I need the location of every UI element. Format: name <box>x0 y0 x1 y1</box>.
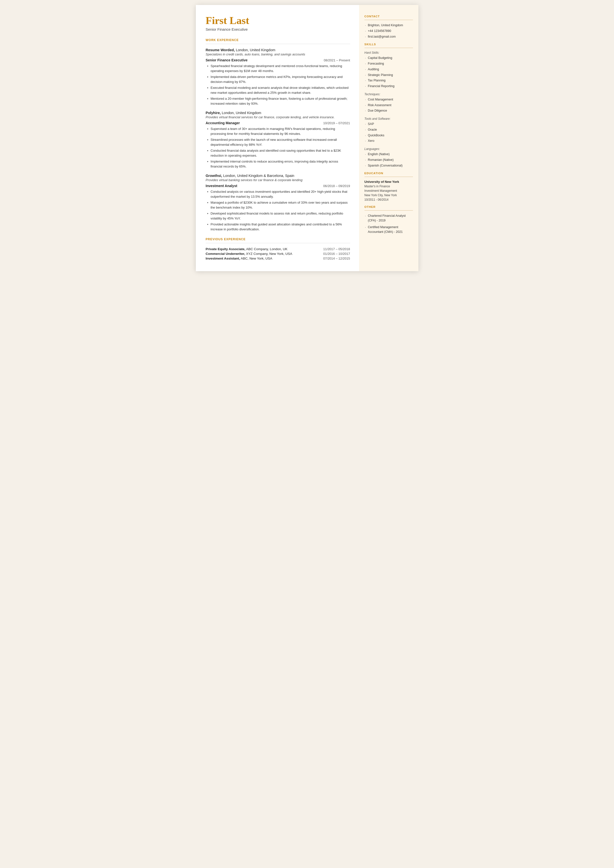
employer-polyhire: Polyhire, London, United Kingdom Provide… <box>206 111 350 169</box>
job-row-2: Accounting Manager 10/2019 – 07/2021 <box>206 121 350 125</box>
tool-oracle: Oracle <box>364 127 413 132</box>
job-title-3: Investment Analyst <box>206 184 237 188</box>
education-divider <box>364 177 413 177</box>
language-english: English (Native) <box>364 152 413 157</box>
tools-list: SAP Oracle QuickBooks Xero <box>364 122 413 143</box>
other-cfa: Chartered Financial Analyst (CFA) - 2019 <box>364 214 413 223</box>
tools-subtitle: Tools and Software: <box>364 117 413 121</box>
job-dates-1: 08/2021 – Present <box>324 58 350 62</box>
prev-exp-row-3: Investment Assistant, ABC, New York, USA… <box>206 256 350 260</box>
employer-name-1: Resume Worded, London, United Kingdom <box>206 48 350 52</box>
skill-tax-planning: Tax Planning <box>364 78 413 83</box>
bullet-item: Mentored a 20-member high-performing fin… <box>207 96 350 106</box>
previous-experience-heading: PREVIOUS EXPERIENCE <box>206 238 350 241</box>
hard-skills-list: Capital Budgeting Forecasting Auditing S… <box>364 56 413 89</box>
employer-desc-2: Provides virtual financial services for … <box>206 115 350 119</box>
previous-experience-divider <box>206 243 350 243</box>
job-dates-2: 10/2019 – 07/2021 <box>323 121 350 125</box>
prev-exp-row-1: Private Equity Associate, ABC Company, L… <box>206 247 350 251</box>
edu-dates-1: 10/2011 - 06/2014 <box>364 197 413 202</box>
skill-financial-reporting: Financial Reporting <box>364 84 413 89</box>
prev-exp-dates-1: 11/2017 – 05/2018 <box>323 247 350 251</box>
job-dates-3: 06/2018 – 09/2019 <box>323 184 350 188</box>
employer-resume-worded: Resume Worded, London, United Kingdom Sp… <box>206 48 350 106</box>
education-heading: EDUCATION <box>364 172 413 175</box>
job-row-3: Investment Analyst 06/2018 – 09/2019 <box>206 184 350 188</box>
employer-name-3: Growthsi, London, United Kingdom & Barce… <box>206 174 350 178</box>
languages-list: English (Native) Romanian (Native) Spani… <box>364 152 413 168</box>
bullet-item: Spearheaded financial strategy developme… <box>207 64 350 73</box>
technique-due-diligence: Due Diligence <box>364 109 413 113</box>
prev-exp-title-2: Commercial Underwriter, XYZ Company, New… <box>206 252 292 256</box>
job-bullets-3: Conducted analysis on various investment… <box>207 189 350 231</box>
job-title-2: Accounting Manager <box>206 121 240 125</box>
other-block: Chartered Financial Analyst (CFA) - 2019… <box>364 214 413 234</box>
bullet-item: Streamlined processes with the launch of… <box>207 137 350 147</box>
contact-email: first.last@gmail.com <box>364 34 413 39</box>
education-block-1: University of New York Master's in Finan… <box>364 180 413 202</box>
header-section: First Last Senior Finance Executive <box>206 15 350 31</box>
edu-school-1: University of New York <box>364 180 413 183</box>
skill-capital-budgeting: Capital Budgeting <box>364 56 413 61</box>
prev-exp-title-1: Private Equity Associate, ABC Company, L… <box>206 247 288 251</box>
contact-list: Brighton, United Kingdom +44 1234567890 … <box>364 23 413 39</box>
hard-skills-subtitle: Hard Skills: <box>364 51 413 54</box>
skills-divider <box>364 48 413 48</box>
work-experience-heading: WORK EXPERIENCE <box>206 38 350 42</box>
previous-experience-list: Private Equity Associate, ABC Company, L… <box>206 247 350 260</box>
job-bullets-2: Supervised a team of 30+ accountants in … <box>207 126 350 169</box>
technique-risk-assessment: Risk Assessment <box>364 103 413 108</box>
job-row-1: Senior Finance Executive 08/2021 – Prese… <box>206 58 350 62</box>
other-heading: OTHER <box>364 205 413 208</box>
job-bullets-1: Spearheaded financial strategy developme… <box>207 64 350 106</box>
language-romanian: Romanian (Native) <box>364 158 413 162</box>
contact-divider <box>364 20 413 20</box>
edu-degree-1: Master's in Finance <box>364 184 413 189</box>
candidate-title: Senior Finance Executive <box>206 27 350 31</box>
left-column: First Last Senior Finance Executive WORK… <box>196 5 359 271</box>
bullet-item: Developed sophisticated financial models… <box>207 211 350 221</box>
prev-exp-title-3: Investment Assistant, ABC, New York, USA <box>206 256 273 260</box>
right-column: CONTACT Brighton, United Kingdom +44 123… <box>359 5 419 271</box>
other-list: Chartered Financial Analyst (CFA) - 2019… <box>364 214 413 234</box>
tool-quickbooks: QuickBooks <box>364 133 413 138</box>
skill-forecasting: Forecasting <box>364 61 413 66</box>
tool-xero: Xero <box>364 138 413 143</box>
technique-cost-management: Cost Management <box>364 97 413 102</box>
bullet-item: Provided actionable insights that guided… <box>207 222 350 231</box>
bullet-item: Implemented internal controls to reduce … <box>207 159 350 169</box>
employer-growthsi: Growthsi, London, United Kingdom & Barce… <box>206 174 350 231</box>
edu-location-1: New York City, New York <box>364 193 413 197</box>
bullet-item: Conducted analysis on various investment… <box>207 189 350 199</box>
edu-field-1: Investment Management <box>364 189 413 193</box>
language-spanish: Spanish (Conversational) <box>364 163 413 168</box>
techniques-subtitle: Techniques: <box>364 93 413 96</box>
job-title-1: Senior Finance Executive <box>206 58 248 62</box>
resume-page: First Last Senior Finance Executive WORK… <box>196 5 419 271</box>
bullet-item: Implemented data-driven performance metr… <box>207 75 350 84</box>
contact-phone: +44 1234567890 <box>364 29 413 33</box>
prev-exp-row-2: Commercial Underwriter, XYZ Company, New… <box>206 252 350 256</box>
other-divider <box>364 210 413 211</box>
bullet-item: Managed a portfolio of $230K to achieve … <box>207 200 350 210</box>
skills-heading: SKILLS <box>364 43 413 46</box>
prev-exp-dates-2: 01/2016 – 10/2017 <box>323 252 350 256</box>
contact-location: Brighton, United Kingdom <box>364 23 413 28</box>
prev-exp-dates-3: 07/2014 – 12/2015 <box>323 256 350 260</box>
tool-sap: SAP <box>364 122 413 126</box>
bullet-item: Supervised a team of 30+ accountants in … <box>207 126 350 136</box>
contact-heading: CONTACT <box>364 15 413 18</box>
techniques-list: Cost Management Risk Assessment Due Dili… <box>364 97 413 113</box>
skill-strategic-planning: Strategic Planning <box>364 73 413 78</box>
bullet-item: Conducted financial data analysis and id… <box>207 148 350 158</box>
bullet-item: Executed financial modeling and scenario… <box>207 85 350 95</box>
employer-desc-3: Provides virtual banking services for ca… <box>206 178 350 182</box>
employer-desc-1: Specializes in credit cards, auto loans,… <box>206 53 350 56</box>
other-cma: Certified Management Accountant (CMA) - … <box>364 225 413 234</box>
skill-auditing: Auditing <box>364 67 413 72</box>
languages-subtitle: Languages: <box>364 147 413 151</box>
employer-name-2: Polyhire, London, United Kingdom <box>206 111 350 115</box>
candidate-name: First Last <box>206 15 350 26</box>
